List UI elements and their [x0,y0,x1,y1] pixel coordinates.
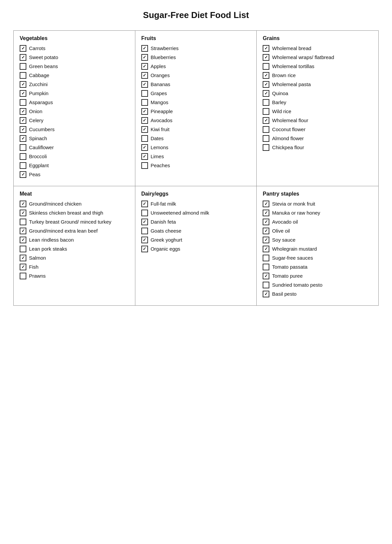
checkbox-unchecked[interactable] [20,63,26,70]
checkbox-checked[interactable] [20,264,26,270]
checkbox-checked[interactable] [263,117,269,124]
checkbox-unchecked[interactable] [263,255,269,261]
checkbox-unchecked[interactable] [20,72,26,79]
list-item: Basil pesto [263,290,372,297]
checkbox-checked[interactable] [141,108,148,115]
item-label: Ground/minced extra lean beef [29,227,129,234]
checkbox-checked[interactable] [20,117,26,124]
checkbox-checked[interactable] [141,201,148,207]
checkbox-checked[interactable] [20,228,26,234]
list-item: Ground/minced chicken [20,200,129,207]
checkbox-checked[interactable] [141,45,148,52]
list-item: Greek yoghurt [141,236,251,243]
item-label: Ground/minced chicken [29,200,129,207]
list-item: Green beans [20,63,129,70]
item-label: Celery [29,117,129,124]
checkbox-unchecked[interactable] [20,162,26,169]
checkbox-checked[interactable] [20,255,26,261]
checkbox-unchecked[interactable] [141,90,148,97]
list-item: Barley [263,99,372,106]
checkbox-checked[interactable] [20,108,26,115]
list-item: Zucchini [20,81,129,88]
checkbox-checked[interactable] [20,135,26,142]
checkbox-checked[interactable] [20,45,26,52]
checkbox-unchecked[interactable] [263,126,269,133]
list-item: Avocado oil [263,218,372,225]
checkbox-checked[interactable] [141,72,148,79]
item-label: Avocado oil [272,218,372,225]
checkbox-checked[interactable] [263,291,269,297]
checkbox-unchecked[interactable] [263,63,269,70]
checkbox-checked[interactable] [263,228,269,234]
item-label: Tomato puree [272,272,372,279]
checkbox-unchecked[interactable] [141,228,148,234]
checkbox-unchecked[interactable] [20,246,26,252]
checkbox-checked[interactable] [263,219,269,225]
cell-pantry: Pantry staplesStevia or monk fruitManuka… [257,186,378,305]
checkbox-checked[interactable] [263,246,269,252]
checkbox-checked[interactable] [20,201,26,207]
checkbox-checked[interactable] [20,210,26,216]
checkbox-unchecked[interactable] [263,282,269,288]
list-item: Peaches [141,162,251,169]
list-item: Stevia or monk fruit [263,200,372,207]
checkbox-checked[interactable] [20,54,26,61]
checkbox-checked[interactable] [141,153,148,160]
checkbox-checked[interactable] [263,72,269,79]
checkbox-checked[interactable] [20,81,26,88]
item-label: Organic eggs [151,245,251,252]
checkbox-checked[interactable] [20,171,26,178]
checkbox-checked[interactable] [141,219,148,225]
checkbox-unchecked[interactable] [141,210,148,216]
checkbox-checked[interactable] [141,246,148,252]
checkbox-checked[interactable] [263,201,269,207]
cell-header-grains: Grains [263,35,372,41]
checkbox-unchecked[interactable] [141,99,148,106]
checkbox-checked[interactable] [141,144,148,151]
checkbox-checked[interactable] [263,273,269,279]
checkbox-checked[interactable] [141,81,148,88]
checkbox-unchecked[interactable] [20,153,26,160]
checkbox-checked[interactable] [263,237,269,243]
checkbox-unchecked[interactable] [141,162,148,169]
cell-vegetables: VegetablesCarrotsSweet potatoGreen beans… [14,31,135,186]
checkbox-checked[interactable] [263,81,269,88]
checkbox-checked[interactable] [141,63,148,70]
list-item: Cabbage [20,72,129,79]
cell-dairy: Dairy/eggsFull-fat milkUnsweetened almon… [135,186,257,305]
list-item: Oranges [141,72,251,79]
item-label: Barley [272,99,372,106]
checkbox-unchecked[interactable] [20,219,26,225]
checkbox-checked[interactable] [263,45,269,52]
item-label: Dates [151,135,251,142]
list-item: Wholemeal flour [263,117,372,124]
checkbox-checked[interactable] [263,90,269,97]
list-item: Cucumbers [20,126,129,133]
checkbox-checked[interactable] [263,210,269,216]
checkbox-unchecked[interactable] [20,273,26,279]
item-label: Full-fat milk [151,200,251,207]
checkbox-checked[interactable] [20,126,26,133]
checkbox-unchecked[interactable] [263,144,269,151]
checkbox-checked[interactable] [141,126,148,133]
cell-header-dairy: Dairy/eggs [141,191,251,197]
cell-header-fruits: Fruits [141,35,251,41]
item-label: Zucchini [29,81,129,88]
checkbox-unchecked[interactable] [20,99,26,106]
item-label: Mangos [151,99,251,106]
cell-grains: GrainsWholemeal breadWholemeal wraps/ fl… [257,31,378,186]
checkbox-checked[interactable] [263,54,269,61]
list-item: Wild rice [263,108,372,115]
checkbox-checked[interactable] [20,90,26,97]
item-label: Blueberries [151,54,251,61]
checkbox-unchecked[interactable] [263,264,269,270]
checkbox-checked[interactable] [141,117,148,124]
checkbox-unchecked[interactable] [141,135,148,142]
checkbox-unchecked[interactable] [263,99,269,106]
checkbox-unchecked[interactable] [263,108,269,115]
checkbox-unchecked[interactable] [20,144,26,151]
checkbox-unchecked[interactable] [263,135,269,142]
checkbox-checked[interactable] [141,237,148,243]
checkbox-checked[interactable] [20,237,26,243]
checkbox-checked[interactable] [141,54,148,61]
